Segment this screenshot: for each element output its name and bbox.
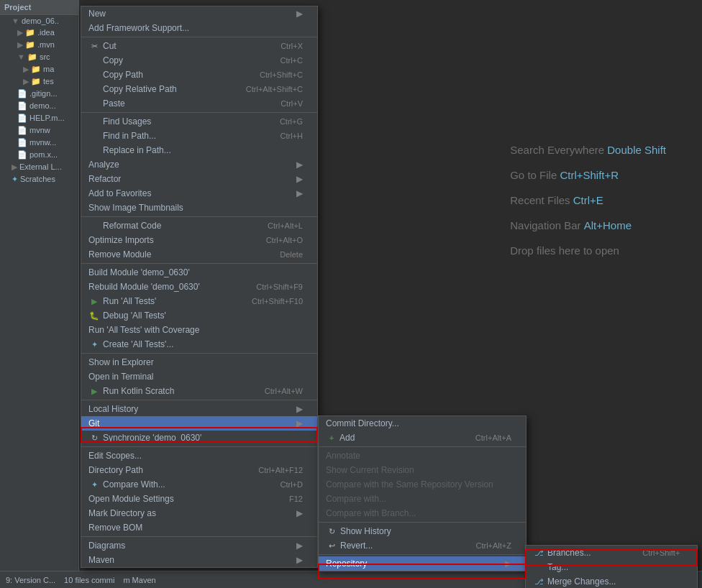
submenu-arrow-icon: ▶ — [296, 160, 303, 170]
menu-item-compare-with-branch[interactable]: Compare with Branch... — [319, 506, 526, 520]
menu-item-build-module[interactable]: Build Module 'demo_0630' — [81, 265, 317, 280]
history-icon: ↻ — [326, 527, 337, 536]
menu-item-merge-changes[interactable]: ⎇ Merge Changes... — [526, 574, 697, 588]
menu-item-open-module-settings[interactable]: Open Module Settings F12 — [81, 492, 317, 506]
scratches-item[interactable]: ✦Scratches — [0, 173, 78, 185]
project-panel-title: Project — [0, 0, 78, 15]
context-menu-repository: ⎇ Branches... Ctrl+Shift+` Tag... ⎇ Merg… — [525, 545, 698, 588]
list-item[interactable]: ▶📁.idea — [0, 27, 78, 39]
project-panel: Project ▼demo_06.. ▶📁.idea ▶📁.mvn ▼📁src … — [0, 0, 79, 588]
menu-separator — [81, 263, 317, 264]
list-item[interactable]: ▶📁tes — [0, 75, 78, 88]
menu-item-copy-relative-path[interactable]: Copy Relative Path Ctrl+Alt+Shift+C — [81, 82, 317, 96]
menu-item-mark-directory[interactable]: Mark Directory as ▶ — [81, 506, 317, 520]
list-item[interactable]: 📄.gitign... — [0, 88, 78, 100]
menu-item-edit-scopes[interactable]: Edit Scopes... — [81, 449, 317, 463]
folder-icon: 📁 — [25, 28, 35, 37]
menu-item-show-history[interactable]: ↻ Show History — [319, 524, 526, 538]
menu-item-directory-path[interactable]: Directory Path Ctrl+Alt+F12 — [81, 463, 317, 477]
menu-item-replace-in-path[interactable]: Replace in Path... — [81, 143, 317, 157]
menu-separator — [319, 446, 526, 447]
menu-item-diagrams[interactable]: Diagrams ▶ — [81, 538, 317, 553]
chevron-right-icon: ▶ — [17, 40, 23, 49]
file-icon: 📄 — [17, 89, 27, 98]
menu-item-revert[interactable]: ↩ Revert... Ctrl+Alt+Z — [319, 538, 526, 553]
menu-item-cut[interactable]: ✂ Cut Ctrl+X — [81, 39, 317, 53]
menu-item-remove-bom[interactable]: Remove BOM — [81, 520, 317, 535]
menu-item-compare-with[interactable]: ✦ Compare With... Ctrl+D — [81, 477, 317, 492]
menu-item-add-favorites[interactable]: Add to Favorites ▶ — [81, 186, 317, 201]
menu-item-local-history[interactable]: Local History ▶ — [81, 402, 317, 416]
list-item[interactable]: 📄demo... — [0, 100, 78, 112]
menu-item-paste[interactable]: Paste Ctrl+V — [81, 96, 317, 111]
menu-item-git-add[interactable]: + Add Ctrl+Alt+A — [319, 431, 526, 445]
menu-item-find-in-path[interactable]: Find in Path... Ctrl+H — [81, 129, 317, 143]
menu-item-open-terminal[interactable]: Open in Terminal — [81, 369, 317, 384]
context-menu-git: Commit Directory... + Add Ctrl+Alt+A Ann… — [318, 415, 526, 571]
revert-icon: ↩ — [326, 541, 337, 551]
menu-separator — [81, 112, 317, 113]
list-item[interactable]: ▼demo_06.. — [0, 15, 78, 27]
chevron-right-icon: ▶ — [23, 77, 29, 86]
branches-icon: ⎇ — [533, 548, 544, 558]
status-version[interactable]: 9: Version C... — [6, 576, 55, 584]
menu-item-show-current-revision[interactable]: Show Current Revision — [319, 463, 526, 477]
cut-icon: ✂ — [88, 42, 100, 51]
navigation-bar-hint: Navigation Bar Alt+Home — [510, 219, 666, 231]
status-commits: 10 files commi — [64, 576, 114, 584]
menu-item-copy[interactable]: Copy Ctrl+C — [81, 53, 317, 68]
menu-item-tag[interactable]: Tag... — [526, 560, 697, 574]
scratches-icon: ✦ — [12, 175, 18, 183]
merge-icon: ⎇ — [533, 577, 544, 587]
list-item[interactable]: ▼📁src — [0, 51, 78, 63]
menu-separator — [81, 37, 317, 37]
search-everywhere-hint: Search Everywhere Double Shift — [510, 144, 666, 156]
info-area: Search Everywhere Double Shift Go to Fil… — [510, 144, 666, 257]
menu-item-show-explorer[interactable]: Show in Explorer — [81, 355, 317, 369]
menu-item-analyze[interactable]: Analyze ▶ — [81, 157, 317, 172]
compare-icon: ✦ — [88, 480, 100, 490]
menu-item-branches[interactable]: ⎇ Branches... Ctrl+Shift+` — [526, 546, 697, 560]
menu-separator — [81, 216, 317, 217]
list-item[interactable]: ▶📁ma — [0, 63, 78, 75]
chevron-down-icon: ▼ — [12, 17, 19, 25]
menu-item-repository[interactable]: Repository ▶ — [319, 556, 526, 571]
menu-item-optimize-imports[interactable]: Optimize Imports Ctrl+Alt+O — [81, 233, 317, 247]
menu-item-remove-module[interactable]: Remove Module Delete — [81, 247, 317, 262]
menu-item-maven[interactable]: Maven ▶ — [81, 553, 317, 567]
menu-item-synchronize[interactable]: ↻ Synchronize 'demo_0630' — [81, 431, 317, 445]
menu-item-run-kotlin-scratch[interactable]: ▶ Run Kotlin Scratch Ctrl+Alt+W — [81, 384, 317, 398]
menu-item-new[interactable]: New ▶ — [81, 6, 317, 21]
menu-item-create-tests[interactable]: ✦ Create 'All Tests'... — [81, 337, 317, 352]
list-item[interactable]: 📄mvnw — [0, 124, 78, 137]
menu-item-rebuild-module[interactable]: Rebuild Module 'demo_0630' Ctrl+Shift+F9 — [81, 280, 317, 294]
menu-item-run-tests-coverage[interactable]: Run 'All Tests' with Coverage — [81, 323, 317, 337]
file-icon: 📄 — [17, 150, 27, 159]
menu-item-debug-tests[interactable]: 🐛 Debug 'All Tests' — [81, 308, 317, 323]
menu-item-annotate[interactable]: Annotate — [319, 449, 526, 463]
list-item[interactable]: ▶📁.mvn — [0, 39, 78, 51]
plus-icon: + — [326, 433, 337, 442]
submenu-arrow-icon: ▶ — [296, 188, 303, 198]
list-item[interactable]: ▶External L... — [0, 161, 78, 173]
list-item[interactable]: 📄HELP.m... — [0, 112, 78, 124]
recent-files-hint: Recent Files Ctrl+E — [510, 194, 666, 206]
menu-item-git[interactable]: Git ▶ — [81, 416, 317, 431]
menu-item-compare-with-git[interactable]: Compare with... — [319, 492, 526, 506]
context-menu-main: New ▶ Add Framework Support... ✂ Cut Ctr… — [81, 6, 318, 568]
menu-item-add-framework[interactable]: Add Framework Support... — [81, 21, 317, 35]
list-item[interactable]: 📄mvnw... — [0, 137, 78, 149]
list-item[interactable]: 📄pom.x... — [0, 149, 78, 161]
folder-icon: 📁 — [25, 40, 35, 49]
menu-item-refactor[interactable]: Refactor ▶ — [81, 172, 317, 186]
go-to-file-hint: Go to File Ctrl+Shift+R — [510, 169, 666, 181]
menu-item-copy-path[interactable]: Copy Path Ctrl+Shift+C — [81, 68, 317, 82]
menu-item-compare-same-repo[interactable]: Compare with the Same Repository Version — [319, 477, 526, 492]
menu-item-reformat-code[interactable]: Reformat Code Ctrl+Alt+L — [81, 219, 317, 233]
menu-item-show-image-thumbnails[interactable]: Show Image Thumbnails — [81, 201, 317, 215]
menu-item-commit-directory[interactable]: Commit Directory... — [319, 416, 526, 431]
status-maven[interactable]: m Maven — [123, 576, 155, 584]
submenu-arrow-icon: ▶ — [296, 418, 303, 428]
menu-item-find-usages[interactable]: Find Usages Ctrl+G — [81, 114, 317, 129]
menu-item-run-tests[interactable]: ▶ Run 'All Tests' Ctrl+Shift+F10 — [81, 294, 317, 308]
